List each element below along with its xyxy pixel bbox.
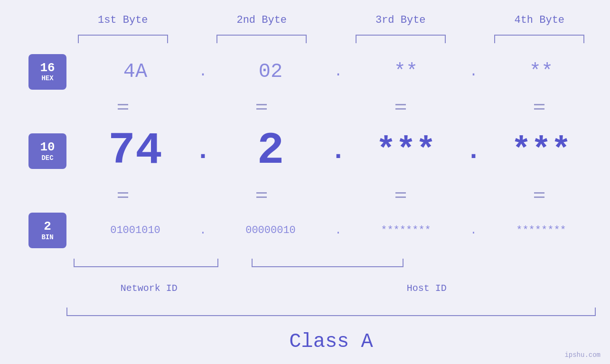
dec-byte3: *** — [376, 134, 436, 168]
byte-2-header: 2nd Byte — [206, 14, 319, 26]
bin-byte2: 00000010 — [245, 224, 296, 236]
dec-badge: 10 DEC — [28, 133, 66, 169]
hex-badge: 16 HEX — [28, 54, 66, 90]
byte-1-header: 1st Byte — [66, 14, 179, 26]
byte-4-header: 4th Byte — [483, 14, 596, 26]
main-layout: 1st Byte 2nd Byte 3rd Byte 4th Byte — [0, 0, 610, 364]
bin-byte4: ******** — [516, 224, 566, 236]
dec-byte4: *** — [511, 134, 571, 168]
dec-byte1: 74 — [108, 129, 162, 174]
watermark: ipshu.com — [564, 351, 601, 359]
class-label: Class A — [66, 330, 596, 353]
network-id-label: Network ID — [121, 283, 178, 294]
hex-byte4: ** — [529, 60, 553, 83]
host-id-label: Host ID — [407, 283, 447, 294]
bin-byte3: ******** — [381, 224, 431, 236]
bin-byte1: 01001010 — [110, 224, 160, 236]
hex-byte1: 4A — [123, 60, 147, 83]
byte-3-header: 3rd Byte — [344, 14, 457, 26]
hex-byte3: ** — [394, 60, 418, 83]
bin-badge: 2 BIN — [28, 213, 66, 248]
dec-byte2: 2 — [257, 129, 284, 174]
hex-byte2: 02 — [259, 60, 282, 83]
